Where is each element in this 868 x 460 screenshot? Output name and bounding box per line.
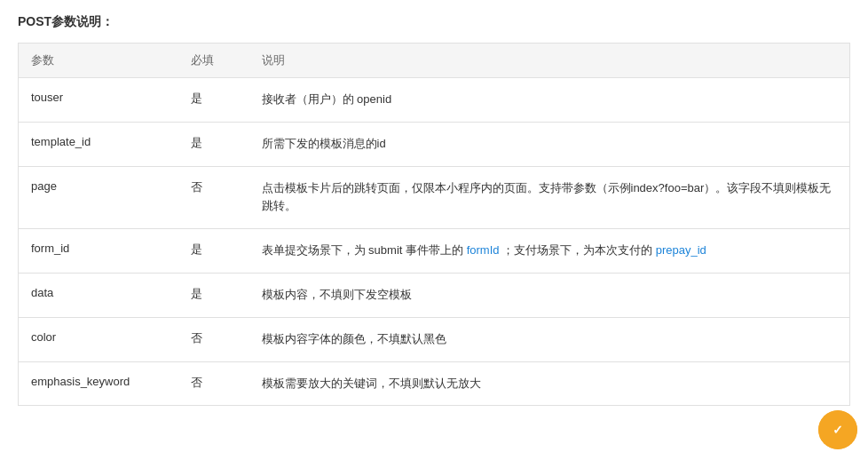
desc-cell: 模板需要放大的关键词，不填则默认无放大 <box>249 361 850 406</box>
watermark: ✓ <box>818 410 857 449</box>
col-header-param: 参数 <box>19 44 178 78</box>
desc-cell: 模板内容，不填则下发空模板 <box>249 273 850 317</box>
table-row: emphasis_keyword否模板需要放大的关键词，不填则默认无放大 <box>19 361 850 406</box>
desc-cell: 点击模板卡片后的跳转页面，仅限本小程序内的页面。支持带参数（示例index?fo… <box>249 166 850 229</box>
desc-cell: 模板内容字体的颜色，不填默认黑色 <box>249 317 850 361</box>
required-cell: 是 <box>178 78 249 123</box>
param-cell: template_id <box>19 122 178 166</box>
page-title: POST参数说明： <box>18 14 850 30</box>
required-cell: 否 <box>178 361 249 406</box>
required-cell: 否 <box>178 317 249 361</box>
required-cell: 是 <box>178 122 249 166</box>
desc-cell: 接收者（用户）的 openid <box>249 78 850 123</box>
desc-link: prepay_id <box>656 243 706 257</box>
table-row: form_id是表单提交场景下，为 submit 事件带上的 formId ；支… <box>19 229 850 274</box>
param-cell: form_id <box>19 229 178 274</box>
table-row: template_id是所需下发的模板消息的id <box>19 122 850 166</box>
table-row: touser是接收者（用户）的 openid <box>19 78 850 123</box>
required-cell: 否 <box>178 166 249 229</box>
required-cell: 是 <box>178 273 249 317</box>
params-table: 参数 必填 说明 touser是接收者（用户）的 openidtemplate_… <box>18 43 850 406</box>
table-row: data是模板内容，不填则下发空模板 <box>19 273 850 317</box>
table-header-row: 参数 必填 说明 <box>19 44 850 78</box>
col-header-required: 必填 <box>178 44 249 78</box>
table-row: color否模板内容字体的颜色，不填默认黑色 <box>19 317 850 361</box>
param-cell: color <box>19 317 178 361</box>
watermark-check: ✓ <box>832 423 843 438</box>
required-cell: 是 <box>178 229 249 274</box>
col-header-desc: 说明 <box>249 44 850 78</box>
param-cell: emphasis_keyword <box>19 361 178 406</box>
param-cell: page <box>19 166 178 229</box>
param-cell: data <box>19 273 178 317</box>
desc-cell: 所需下发的模板消息的id <box>249 122 850 166</box>
desc-link: formId <box>467 243 500 257</box>
param-cell: touser <box>19 78 178 123</box>
desc-cell: 表单提交场景下，为 submit 事件带上的 formId ；支付场景下，为本次… <box>249 229 850 274</box>
table-row: page否点击模板卡片后的跳转页面，仅限本小程序内的页面。支持带参数（示例ind… <box>19 166 850 229</box>
